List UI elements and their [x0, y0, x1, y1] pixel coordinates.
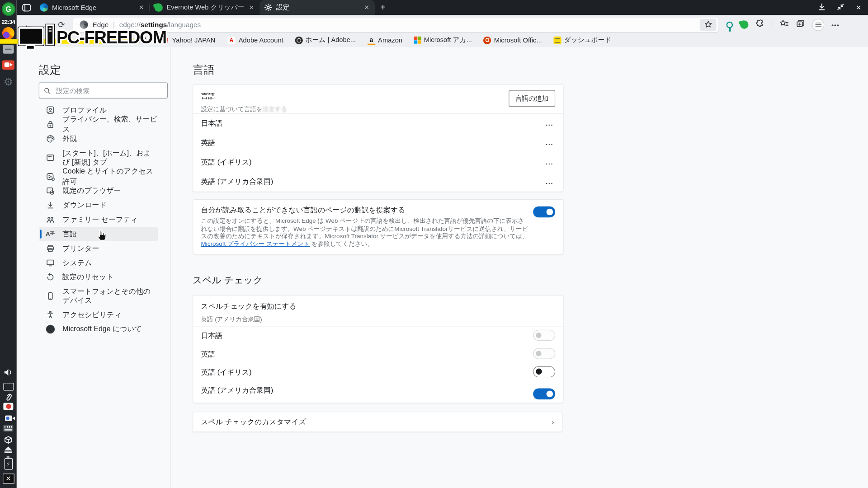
close-window-icon[interactable]: ✕: [856, 4, 861, 11]
url-path: /languages: [167, 21, 201, 28]
sidebar-item-phone-devices[interactable]: スマートフォンとその他のデバイス: [39, 284, 158, 307]
bookmark-microsoft-account[interactable]: Microsoft アカ...: [414, 35, 472, 45]
tab-close-icon[interactable]: ✕: [138, 4, 145, 11]
favorites-star-icon[interactable]: [779, 19, 789, 30]
browser-check-icon: [45, 187, 55, 196]
new-tab-button[interactable]: +: [380, 3, 385, 13]
firefox-icon[interactable]: [0, 27, 17, 39]
tab-search-button[interactable]: [21, 3, 32, 12]
tab-settings-active[interactable]: 設定 ✕: [259, 0, 375, 15]
eject-icon[interactable]: [0, 446, 17, 450]
accessibility-icon: [45, 310, 55, 319]
password-key-icon[interactable]: [726, 21, 733, 28]
reset-icon: [45, 273, 55, 282]
gear-icon[interactable]: ⚙: [0, 76, 17, 87]
bookmark-yahoo-japan[interactable]: Y!Yahoo! JAPAN: [161, 36, 215, 44]
green-recorder-icon[interactable]: G: [0, 2, 17, 16]
privacy-statement-link[interactable]: Microsoft プライバシー ステートメント: [201, 240, 310, 247]
tab-microsoft-edge[interactable]: Microsoft Edge ✕: [35, 0, 149, 15]
language-card-subtitle: 設定に基づいて言語を注文する: [201, 105, 555, 113]
sidebar-item-about-edge[interactable]: Microsoft Edge について: [39, 322, 158, 337]
profile-avatar[interactable]: [812, 19, 824, 31]
spellcheck-toggle-on[interactable]: [533, 388, 555, 399]
adobe-home-icon: [295, 36, 302, 44]
sidebar-item-system[interactable]: システム: [39, 256, 158, 270]
tab-evernote-clipper[interactable]: Evernote Web クリッパー ✕: [150, 0, 259, 15]
person-badge-icon: [45, 106, 55, 115]
sidebar-item-appearance[interactable]: 外観: [39, 131, 158, 146]
language-row: 英語 (イギリス)...: [201, 152, 555, 172]
edge-logo-icon: [40, 3, 48, 11]
spellcheck-card: スペルチェックを有効にする 英語 (アメリカ合衆国) 日本語 英語 英語 (イギ…: [193, 295, 563, 404]
edge-window: Microsoft Edge ✕ Evernote Web クリッパー ✕ 設定…: [17, 0, 868, 488]
bookmark-amazon[interactable]: aAmazon: [368, 36, 402, 45]
paperclip-icon[interactable]: [0, 393, 17, 403]
tab-title: Evernote Web クリッパー: [167, 3, 244, 12]
video-camera-icon[interactable]: [0, 416, 17, 421]
palette-icon: [45, 135, 55, 144]
extensions-puzzle-icon[interactable]: [755, 19, 764, 30]
evernote-extension-icon[interactable]: [740, 20, 748, 28]
settings-page: 設定 プロファイル プライバシー、検索、サービス: [17, 47, 868, 488]
tab-close-icon[interactable]: ✕: [248, 4, 255, 11]
sidebar-item-accessibility[interactable]: アクセシビリティ: [39, 308, 158, 322]
tabs-layout-icon: [45, 153, 55, 162]
bookmark-adobe-home[interactable]: ホーム | Adobe...: [295, 35, 356, 45]
monitor-icon: [45, 258, 55, 267]
sidebar-item-reset[interactable]: 設定のリセット: [39, 270, 158, 285]
more-options-button[interactable]: ...: [546, 119, 554, 127]
more-options-button[interactable]: ...: [546, 158, 554, 166]
add-favorite-icon[interactable]: [700, 19, 717, 31]
box-icon[interactable]: [0, 436, 17, 445]
spellcheck-toggle-disabled[interactable]: [533, 330, 555, 341]
translate-offer-title: 自分が読み取ることができない言語のページの翻訳を提案する: [201, 205, 522, 215]
sidebar-item-cookies[interactable]: Cookie とサイトのアクセス許可: [39, 169, 158, 184]
toolbar-divider: [772, 20, 772, 29]
keyboard-icon[interactable]: [0, 425, 17, 432]
smartphone-icon: [45, 291, 55, 300]
spellcheck-toggle-off[interactable]: [533, 366, 555, 377]
battery-icon[interactable]: ⚡: [0, 458, 17, 470]
address-bar[interactable]: Edge | edge://settings/languages: [73, 18, 719, 32]
extension-icons: •••: [726, 19, 840, 31]
sidebar-item-default-browser[interactable]: 既定のブラウザー: [39, 184, 158, 198]
family-icon: [45, 215, 55, 224]
tab-close-icon[interactable]: ✕: [363, 4, 370, 11]
spellcheck-row: 英語: [201, 345, 555, 363]
printer-icon: [45, 244, 55, 253]
sidebar-item-printers[interactable]: プリンター: [39, 241, 158, 256]
more-options-button[interactable]: ...: [546, 139, 554, 146]
sidebar-item-family-safety[interactable]: ファミリー セーフティ: [39, 212, 158, 227]
bookmark-adobe-account[interactable]: AAdobe Account: [227, 36, 283, 45]
spellcheck-enable-subtitle: 英語 (アメリカ合衆国): [201, 315, 555, 324]
close-x-icon[interactable]: ✕: [0, 474, 17, 483]
settings-search[interactable]: [39, 82, 168, 99]
sidebar-item-privacy[interactable]: プライバシー、検索、サービス: [39, 117, 158, 132]
search-input[interactable]: [55, 86, 163, 95]
display-icon[interactable]: [0, 383, 17, 390]
bookmark-dashboard[interactable]: ダッシュボード: [553, 35, 611, 45]
padlock-icon: [45, 120, 55, 129]
bookmark-microsoft-office[interactable]: OMicrosoft Offic...: [484, 36, 542, 44]
more-options-button[interactable]: ...: [546, 177, 554, 185]
translate-offer-card: 自分が読み取ることができない言語のページの翻訳を提案する この設定をオンにすると…: [193, 199, 563, 254]
browser-menu-icon[interactable]: •••: [831, 21, 840, 28]
file-drawer-icon[interactable]: [0, 45, 17, 54]
tab-title: 設定: [276, 3, 359, 12]
spellcheck-toggle-disabled[interactable]: [533, 348, 555, 359]
spellcheck-enable-title: スペルチェックを有効にする: [201, 301, 555, 311]
tab-title: Microsoft Edge: [52, 4, 134, 11]
download-window-icon[interactable]: [818, 3, 826, 12]
spellcheck-customize-card[interactable]: スペル チェックのカスタマイズ ›: [193, 412, 562, 432]
spellcheck-row: 日本語: [201, 326, 555, 344]
collections-icon[interactable]: [796, 19, 805, 30]
add-language-button[interactable]: 言語の追加: [509, 90, 555, 107]
screen-recorder-icon[interactable]: [0, 60, 17, 70]
translate-offer-toggle[interactable]: [533, 206, 555, 217]
restore-window-icon[interactable]: [837, 3, 844, 12]
record-dot-icon[interactable]: [0, 403, 17, 410]
microsoft-icon: [414, 37, 421, 44]
sidebar-item-start-home-newtab[interactable]: [スタート]、[ホーム]、および [新規] タブ: [39, 146, 158, 169]
speaker-icon[interactable]: [0, 368, 17, 377]
sidebar-item-downloads[interactable]: ダウンロード: [39, 198, 158, 212]
